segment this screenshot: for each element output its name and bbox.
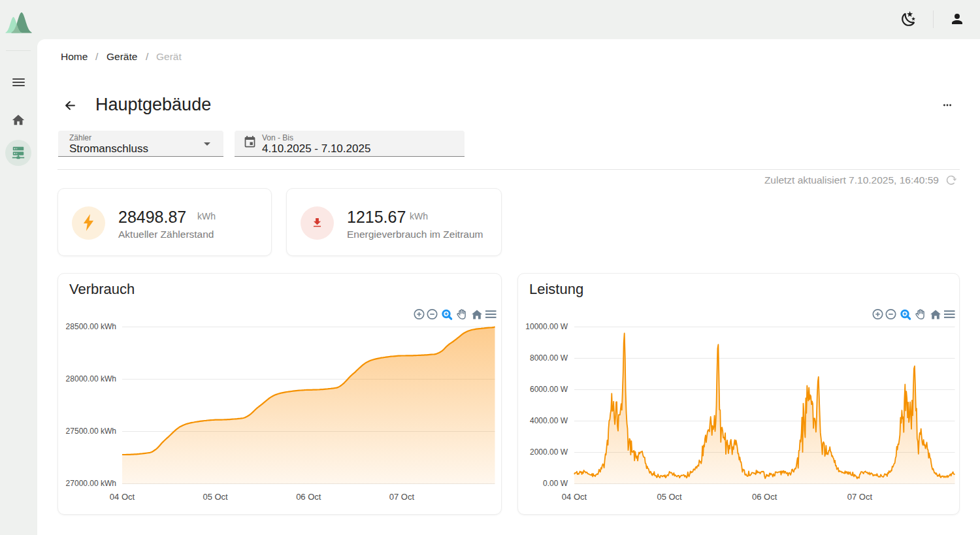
svg-text:06 Oct: 06 Oct: [296, 492, 321, 502]
svg-text:05 Oct: 05 Oct: [203, 492, 228, 502]
svg-text:04 Oct: 04 Oct: [562, 492, 587, 502]
svg-text:27000.00 kWh: 27000.00 kWh: [66, 479, 116, 488]
svg-text:05 Oct: 05 Oct: [657, 492, 682, 502]
svg-text:2000.00 W: 2000.00 W: [530, 447, 568, 457]
svg-text:07 Oct: 07 Oct: [389, 492, 415, 502]
svg-text:07 Oct: 07 Oct: [847, 492, 873, 502]
svg-text:6000.00 W: 6000.00 W: [530, 385, 568, 394]
svg-text:8000.00 W: 8000.00 W: [530, 353, 568, 363]
svg-text:06 Oct: 06 Oct: [752, 492, 777, 502]
svg-text:27500.00 kWh: 27500.00 kWh: [66, 427, 116, 436]
svg-text:28000.00 kWh: 28000.00 kWh: [66, 374, 116, 383]
svg-text:0.00 W: 0.00 W: [543, 479, 568, 488]
svg-text:04 Oct: 04 Oct: [110, 492, 135, 502]
svg-text:10000.00 W: 10000.00 W: [525, 322, 568, 331]
svg-text:28500.00 kWh: 28500.00 kWh: [66, 322, 116, 331]
svg-text:4000.00 W: 4000.00 W: [530, 416, 568, 425]
